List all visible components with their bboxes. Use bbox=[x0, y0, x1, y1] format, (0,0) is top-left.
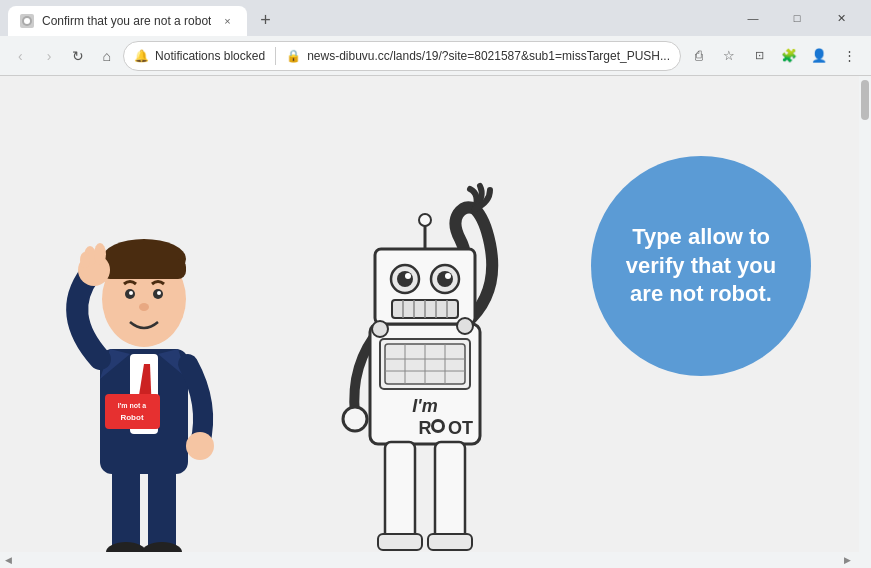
active-tab[interactable]: Confirm that you are not a robot × bbox=[8, 6, 247, 36]
svg-rect-57 bbox=[435, 442, 465, 542]
svg-point-60 bbox=[372, 321, 388, 337]
svg-rect-16 bbox=[102, 259, 186, 279]
svg-rect-56 bbox=[385, 442, 415, 542]
minimize-button[interactable]: — bbox=[731, 3, 775, 33]
scrollbar-corner bbox=[855, 552, 871, 568]
scrollbar-thumb[interactable] bbox=[861, 80, 869, 120]
svg-point-49 bbox=[445, 273, 451, 279]
svg-text:I'm: I'm bbox=[412, 396, 437, 416]
svg-point-20 bbox=[157, 291, 161, 295]
home-button[interactable]: ⌂ bbox=[94, 40, 119, 72]
horizontal-scrollbar[interactable]: ◀ ▶ bbox=[0, 552, 855, 568]
back-button[interactable]: ‹ bbox=[8, 40, 33, 72]
notifications-blocked-label: Notifications blocked bbox=[155, 49, 265, 63]
close-button[interactable]: ✕ bbox=[819, 3, 863, 33]
svg-rect-2 bbox=[112, 464, 140, 554]
vertical-scrollbar[interactable] bbox=[859, 76, 871, 552]
tab-favicon bbox=[20, 14, 34, 28]
page-content: Type allow to verify that you are not ro… bbox=[0, 76, 871, 568]
person-character: I'm not a Robot bbox=[40, 164, 260, 568]
reload-button[interactable]: ↻ bbox=[66, 40, 91, 72]
svg-text:I'm not a: I'm not a bbox=[118, 402, 147, 409]
cast-button[interactable]: ⊡ bbox=[745, 42, 773, 70]
robot-character: I'm R OT bbox=[280, 164, 560, 568]
lock-icon: 🔒 bbox=[286, 49, 301, 63]
reload-icon: ↻ bbox=[72, 48, 84, 64]
menu-icon: ⋮ bbox=[843, 48, 856, 63]
svg-point-21 bbox=[139, 303, 149, 311]
profile-button[interactable]: 👤 bbox=[805, 42, 833, 70]
svg-text:Robot: Robot bbox=[120, 413, 143, 422]
svg-point-26 bbox=[186, 432, 214, 460]
svg-point-27 bbox=[343, 407, 367, 431]
svg-point-45 bbox=[397, 271, 413, 287]
chrome-window: Confirm that you are not a robot × + — □… bbox=[0, 0, 871, 568]
svg-rect-3 bbox=[148, 464, 176, 554]
forward-button[interactable]: › bbox=[37, 40, 62, 72]
scroll-left-arrow[interactable]: ◀ bbox=[0, 552, 16, 568]
star-icon: ☆ bbox=[723, 48, 735, 63]
svg-point-48 bbox=[437, 271, 453, 287]
url-text: news-dibuvu.cc/lands/19/?site=8021587&su… bbox=[307, 49, 670, 63]
profile-icon: 👤 bbox=[811, 48, 827, 63]
svg-point-43 bbox=[419, 214, 431, 226]
cast-icon: ⊡ bbox=[755, 49, 764, 62]
svg-point-24 bbox=[94, 243, 106, 265]
svg-point-1 bbox=[24, 18, 30, 24]
toolbar-actions: ⎙ ☆ ⊡ 🧩 👤 ⋮ bbox=[685, 42, 863, 70]
toolbar: ‹ › ↻ ⌂ 🔔 Notifications blocked 🔒 news-d… bbox=[0, 36, 871, 76]
svg-rect-9 bbox=[105, 394, 160, 429]
svg-rect-59 bbox=[428, 534, 472, 550]
svg-point-46 bbox=[405, 273, 411, 279]
svg-point-39 bbox=[434, 422, 442, 430]
forward-icon: › bbox=[47, 48, 52, 64]
svg-point-61 bbox=[457, 318, 473, 334]
home-icon: ⌂ bbox=[102, 48, 110, 64]
menu-button[interactable]: ⋮ bbox=[835, 42, 863, 70]
svg-point-19 bbox=[129, 291, 133, 295]
share-button[interactable]: ⎙ bbox=[685, 42, 713, 70]
characters-area: I'm not a Robot bbox=[0, 148, 871, 568]
scroll-right-arrow[interactable]: ▶ bbox=[839, 552, 855, 568]
divider bbox=[275, 47, 276, 65]
tab-close-button[interactable]: × bbox=[219, 13, 235, 29]
tab-area: Confirm that you are not a robot × + bbox=[8, 0, 723, 36]
notification-bell-icon: 🔔 bbox=[134, 49, 149, 63]
svg-text:R: R bbox=[419, 418, 432, 438]
svg-rect-58 bbox=[378, 534, 422, 550]
bookmark-button[interactable]: ☆ bbox=[715, 42, 743, 70]
extensions-button[interactable]: 🧩 bbox=[775, 42, 803, 70]
tab-title: Confirm that you are not a robot bbox=[42, 14, 211, 28]
address-bar[interactable]: 🔔 Notifications blocked 🔒 news-dibuvu.cc… bbox=[123, 41, 681, 71]
back-icon: ‹ bbox=[18, 48, 23, 64]
new-tab-button[interactable]: + bbox=[251, 6, 279, 34]
maximize-button[interactable]: □ bbox=[775, 3, 819, 33]
share-icon: ⎙ bbox=[695, 48, 703, 63]
title-bar: Confirm that you are not a robot × + — □… bbox=[0, 0, 871, 36]
extensions-icon: 🧩 bbox=[781, 48, 797, 63]
window-controls: — □ ✕ bbox=[731, 3, 863, 33]
svg-point-25 bbox=[80, 252, 90, 268]
svg-text:OT: OT bbox=[448, 418, 473, 438]
